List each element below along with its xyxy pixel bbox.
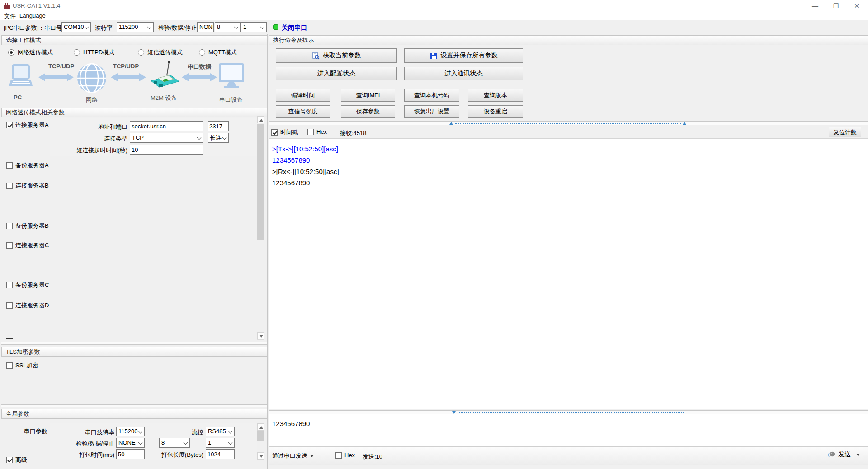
scrollbar-thumb[interactable] — [257, 431, 264, 441]
flow-label: 流控 — [179, 428, 203, 436]
g-baud-label: 串口波特率 — [68, 428, 114, 436]
checkbox-icon — [6, 162, 13, 169]
node-label-serial-device: 串口设备 — [219, 96, 243, 104]
reset-counter-button[interactable]: 复位计数 — [829, 127, 861, 137]
checkbox-connect-server-c[interactable]: 连接服务器C — [6, 241, 49, 249]
pc-laptop-icon — [9, 64, 33, 89]
radio-net-transparent-mode[interactable]: 网络透传模式 — [8, 48, 53, 56]
g-stopbits-select[interactable]: 1 — [206, 438, 235, 448]
net-params-header: 网络透传模式相关参数 — [1, 108, 267, 117]
databits-select[interactable]: 8 — [215, 22, 241, 32]
restore-button[interactable]: ❐ — [826, 0, 846, 12]
double-arrow-icon — [111, 72, 146, 82]
checkbox-connect-server-b[interactable]: 连接服务器B — [6, 182, 49, 190]
parity-select[interactable]: NONI — [197, 22, 214, 32]
work-mode-header: 选择工作模式 — [1, 35, 267, 45]
serial-device-monitor-icon — [219, 63, 244, 89]
double-arrow-icon — [182, 72, 217, 82]
checkbox-advanced[interactable]: 高级 — [6, 456, 27, 464]
g-baud-select[interactable]: 115200 — [116, 427, 145, 436]
scroll-up-icon[interactable] — [257, 116, 264, 123]
splitter-arrow-icon — [683, 122, 686, 125]
packtime-label: 打包时间(ms) — [68, 451, 114, 459]
panel-divider[interactable] — [267, 34, 268, 469]
scroll-up-icon[interactable] — [257, 423, 264, 431]
compile-time-button[interactable]: 编译时间 — [276, 89, 330, 102]
server-address-input[interactable] — [130, 121, 203, 131]
doc-search-icon — [312, 52, 320, 60]
keepalive-select[interactable]: 长连 — [208, 133, 229, 143]
checkbox-icon — [6, 457, 13, 463]
checkbox-icon — [6, 242, 13, 249]
factory-reset-button[interactable]: 恢复出厂设置 — [404, 105, 459, 118]
radio-mqtt-mode[interactable]: MQTT模式 — [199, 48, 237, 56]
send-splitter[interactable] — [269, 410, 868, 414]
save-params-button[interactable]: 保存参数 — [341, 105, 395, 118]
enter-config-button[interactable]: 进入配置状态 — [276, 67, 397, 80]
g-databits-select[interactable]: 8 — [159, 438, 190, 448]
checkbox-connect-server-a[interactable]: 连接服务器A — [6, 121, 49, 129]
send-button[interactable]: 发送 — [827, 450, 860, 459]
chevron-down-icon — [85, 25, 89, 29]
radio-httpd-mode[interactable]: HTTPD模式 — [74, 48, 114, 56]
packtime-input[interactable] — [116, 449, 145, 459]
global-panel-scrollbar[interactable] — [257, 423, 264, 460]
flow-select[interactable]: RS485 — [206, 427, 235, 436]
chevron-down-icon — [260, 25, 265, 29]
baud-select[interactable]: 115200 — [117, 22, 154, 32]
port-status-indicator — [273, 24, 278, 30]
minimize-button[interactable]: — — [805, 0, 826, 12]
menu-file[interactable]: 文件 — [4, 12, 16, 20]
stopbits-select[interactable]: 1 — [241, 22, 267, 32]
packlen-input[interactable] — [206, 449, 235, 459]
checkbox-connect-server-d[interactable]: 连接服务器D — [6, 301, 49, 310]
checkbox-recv-hex[interactable]: Hex — [307, 128, 327, 135]
pc-serial-label: [PC串口参数]：串口号 — [4, 24, 62, 32]
left-panel-scrollbar[interactable] — [257, 116, 264, 340]
send-via-dropdown[interactable]: 通过串口发送 — [272, 452, 314, 460]
node-label-network: 网络 — [86, 96, 98, 104]
query-version-button[interactable]: 查询版本 — [468, 89, 523, 102]
log-splitter[interactable] — [269, 121, 868, 125]
get-params-button[interactable]: 获取当前参数 — [276, 48, 397, 63]
close-button[interactable]: ✕ — [846, 0, 867, 12]
device-restart-button[interactable]: 设备重启 — [468, 105, 523, 118]
checkbox-icon — [307, 129, 314, 135]
g-parity-select[interactable]: NONE — [116, 438, 145, 448]
menu-language[interactable]: Language — [19, 12, 46, 19]
toolbar-separator — [337, 22, 337, 33]
scroll-down-icon[interactable] — [257, 332, 264, 339]
radio-sms-mode[interactable]: 短信透传模式 — [138, 48, 183, 56]
checkbox-backup-server-b[interactable]: 备份服务器B — [6, 222, 49, 230]
app-icon — [4, 2, 10, 9]
scroll-down-icon[interactable] — [257, 452, 264, 460]
conn-type-select[interactable]: TCP — [130, 133, 203, 143]
splitter-handle — [455, 123, 681, 124]
checkbox-ssl[interactable]: SSL加密 — [6, 361, 38, 370]
packlen-label: 打包长度(Bytes) — [154, 451, 203, 459]
query-imei-button[interactable]: 查询IMEI — [341, 89, 395, 102]
checkbox-backup-server-c[interactable]: 备份服务器C — [6, 281, 49, 289]
timeout-input[interactable] — [130, 145, 203, 155]
set-save-params-button[interactable]: 设置并保存所有参数 — [404, 48, 523, 63]
link-label-net-m2m: TCP/UDP — [113, 63, 139, 70]
checkbox-timestamp[interactable]: 时间戳 — [271, 128, 298, 136]
query-signal-button[interactable]: 查信号强度 — [276, 105, 330, 118]
network-globe-icon — [77, 63, 107, 93]
scrollbar-thumb[interactable] — [257, 124, 264, 240]
query-local-number-button[interactable]: 查询本机号码 — [404, 89, 459, 102]
send-input-area[interactable]: 1234567890 — [269, 414, 868, 446]
section-splitter[interactable] — [1, 404, 267, 407]
radio-dot-icon — [8, 49, 14, 56]
checkbox-icon — [6, 302, 13, 309]
save-icon — [430, 52, 438, 60]
receive-log[interactable]: >[Tx->][10:52:50][asc] 1234567890 >[Rx<-… — [269, 138, 868, 409]
server-port-input[interactable] — [208, 121, 229, 131]
close-port-button[interactable]: 关闭串口 — [282, 24, 307, 32]
checkbox-backup-server-a[interactable]: 备份服务器A — [6, 161, 49, 169]
com-port-select[interactable]: COM10 — [61, 22, 91, 32]
checkbox-send-hex[interactable]: Hex — [335, 452, 355, 459]
short-conn-timeout-label: 短连接超时时间(秒) — [45, 146, 127, 155]
enter-comm-button[interactable]: 进入通讯状态 — [404, 67, 523, 80]
section-splitter[interactable] — [1, 342, 267, 345]
